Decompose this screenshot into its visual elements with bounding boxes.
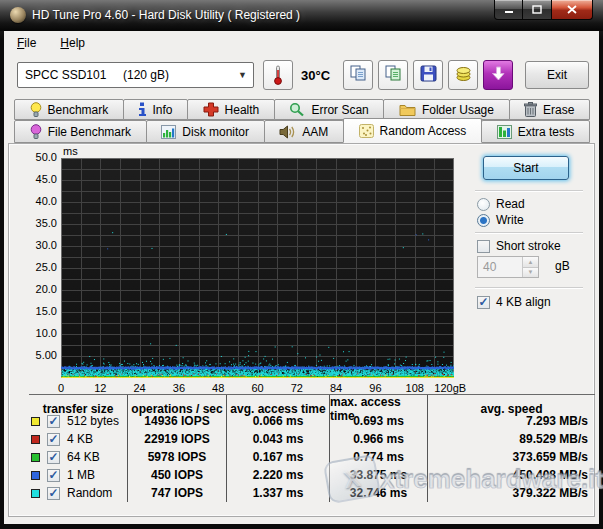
tab-benchmark[interactable]: Benchmark [14, 99, 124, 120]
toolbar: SPCC SSD101 (120 gB) ▼ 30°C Exit [4, 55, 599, 95]
transfer-size-label: 512 bytes [67, 414, 119, 428]
erase-trash-icon [524, 102, 537, 117]
menu-file[interactable]: File [17, 36, 36, 50]
stroke-size-spinner[interactable]: 40 ▲▼ [477, 256, 539, 278]
x-tick-label: 84 [330, 382, 342, 394]
minimize-button[interactable] [494, 0, 523, 20]
tab-label: Health [225, 103, 260, 117]
tab-erase[interactable]: Erase [509, 99, 591, 120]
separator [475, 190, 583, 192]
series-color-swatch [31, 471, 40, 480]
close-button[interactable] [551, 0, 593, 20]
avg-speed-cell: 7.293 MB/s [427, 412, 595, 430]
write-radio[interactable] [477, 214, 490, 227]
avg-access-cell: 2.220 ms [226, 466, 329, 484]
tab-label: Folder Usage [422, 103, 494, 117]
separator [475, 287, 583, 289]
coins-button[interactable] [448, 60, 478, 90]
series-checkbox[interactable]: ✓ [47, 415, 60, 428]
align-row[interactable]: ✓ 4 KB align [477, 295, 551, 309]
extra-tests-icon [497, 125, 512, 139]
download-button[interactable] [483, 60, 513, 90]
y-tick-label: 5.00 [11, 349, 57, 361]
x-tick-label: 60 [251, 382, 263, 394]
minimize-icon [504, 5, 514, 14]
app-icon [10, 7, 26, 23]
benchmark-lamp-icon [30, 102, 42, 118]
tab-label: Benchmark [48, 103, 109, 117]
file-benchmark-lamp-icon [30, 124, 42, 140]
coins-icon [455, 65, 472, 86]
transfer-size-label: Random [67, 486, 112, 500]
tab-row-1: BenchmarkInfoHealthError ScanFolder Usag… [14, 99, 589, 120]
operations-cell: 5978 IOPS [127, 448, 226, 466]
tab-extra-tests[interactable]: Extra tests [481, 120, 590, 143]
write-radio-row[interactable]: Write [477, 213, 524, 227]
temperature-value: 30°C [301, 68, 330, 83]
x-tick-label: 96 [369, 382, 381, 394]
menu-help[interactable]: Help [60, 36, 85, 50]
client-area: FileHelp SPCC SSD101 (120 gB) ▼ 30°C Exi… [4, 31, 599, 524]
series-checkbox[interactable]: ✓ [47, 433, 60, 446]
temperature-button[interactable] [263, 60, 293, 90]
drive-name: SPCC SSD101 [25, 68, 106, 82]
tab-label: Disk monitor [182, 125, 249, 139]
tab-info[interactable]: Info [123, 99, 188, 120]
save-button[interactable] [413, 60, 443, 90]
read-radio-row[interactable]: Read [477, 197, 525, 211]
spinner-arrows[interactable]: ▲▼ [522, 257, 538, 277]
transfer-size-cell: ✓64 KB [29, 448, 127, 466]
scatter-plot-canvas [61, 158, 454, 378]
x-tick-label: 120gB [434, 382, 466, 394]
stroke-unit-label: gB [555, 259, 570, 273]
close-icon [567, 5, 577, 14]
series-checkbox[interactable]: ✓ [47, 487, 60, 500]
tab-aam[interactable]: AAM [264, 120, 344, 143]
y-tick-label: 35.0 [11, 217, 57, 229]
align-checkbox[interactable]: ✓ [477, 296, 490, 309]
short-stroke-row[interactable]: Short stroke [477, 239, 561, 253]
avg-speed-cell: 379.322 MB/s [427, 484, 595, 502]
read-radio[interactable] [477, 198, 490, 211]
x-tick-label: 24 [133, 382, 145, 394]
short-stroke-checkbox[interactable] [477, 240, 490, 253]
random-access-panel: ms 50.045.040.035.030.025.020.015.010.05… [8, 143, 595, 517]
tab-file-benchmark[interactable]: File Benchmark [14, 120, 147, 143]
tab-label: Extra tests [518, 125, 575, 139]
operations-cell: 14936 IOPS [127, 412, 226, 430]
series-checkbox[interactable]: ✓ [47, 451, 60, 464]
drive-select[interactable]: SPCC SSD101 (120 gB) ▼ [17, 62, 254, 88]
copy-text-button[interactable] [343, 60, 373, 90]
read-label: Read [496, 197, 525, 211]
transfer-size-cell: ✓4 KB [29, 430, 127, 448]
tab-label: AAM [302, 125, 328, 139]
menu-bar: FileHelp [4, 31, 599, 55]
max-access-cell: 33.875 ms [329, 466, 427, 484]
x-tick-label: 108 [406, 382, 424, 394]
start-button[interactable]: Start [483, 156, 569, 180]
operations-cell: 747 IOPS [127, 484, 226, 502]
drive-size: (120 gB) [123, 68, 169, 82]
y-tick-label: 40.0 [11, 195, 57, 207]
avg-access-cell: 0.066 ms [226, 412, 329, 430]
y-tick-label: 45.0 [11, 173, 57, 185]
tab-error-scan[interactable]: Error Scan [274, 99, 385, 120]
thermometer-icon [272, 65, 284, 85]
x-tick-label: 36 [173, 382, 185, 394]
tab-random-access[interactable]: Random Access [343, 118, 482, 143]
tab-folder-usage[interactable]: Folder Usage [383, 99, 509, 120]
exit-button[interactable]: Exit [525, 61, 589, 89]
table-row: ✓4 KB22919 IOPS0.043 ms0.966 ms89.529 MB… [29, 430, 595, 448]
table-row: ✓Random747 IOPS1.337 ms32.746 ms379.322 … [29, 484, 595, 502]
maximize-button[interactable] [523, 0, 551, 20]
series-checkbox[interactable]: ✓ [47, 469, 60, 482]
tab-label: File Benchmark [48, 125, 131, 139]
tab-health[interactable]: Health [187, 99, 275, 120]
max-access-cell: 32.746 ms [329, 484, 427, 502]
copy-pages-icon [350, 65, 367, 86]
table-header-row: transfer sizeoperations / secavg. access… [29, 395, 595, 412]
spinner-up-icon: ▲ [523, 257, 538, 268]
copy-image-button[interactable] [378, 60, 408, 90]
title-bar: HD Tune Pro 4.60 - Hard Disk Utility ( R… [0, 0, 603, 31]
tab-disk-monitor[interactable]: Disk monitor [146, 120, 265, 143]
